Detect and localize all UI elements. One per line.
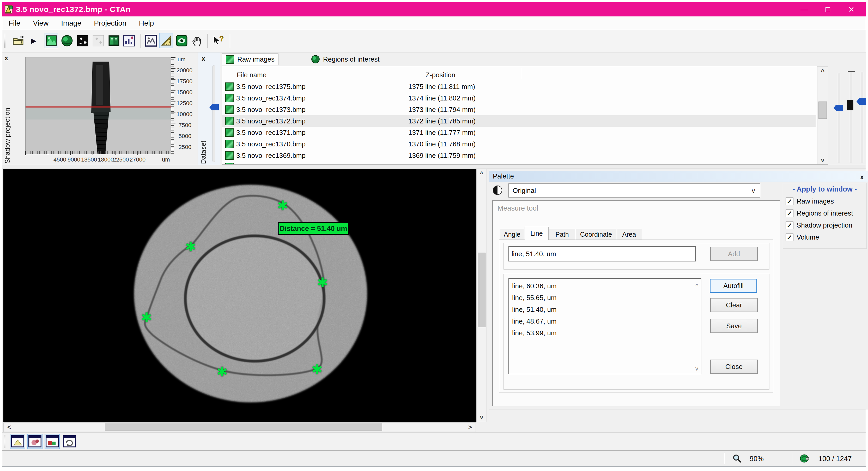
dataset-slice-slider-track[interactable]	[213, 65, 215, 162]
menu-help[interactable]: Help	[133, 19, 160, 27]
file-list-scrollbar[interactable]: ^ v	[817, 66, 828, 165]
measurement-input[interactable]: line, 51.40, um	[508, 246, 696, 262]
zoom-level: 90%	[750, 455, 764, 463]
layout-shadow-projection-button[interactable]	[10, 434, 25, 449]
measure-marker[interactable]: ✱	[317, 276, 328, 289]
layout-regions-of-interest-button[interactable]	[44, 434, 60, 449]
measure-marker[interactable]: ✱	[312, 363, 322, 376]
result-item[interactable]: line, 51.40, um	[512, 304, 701, 316]
menu-file[interactable]: File	[2, 19, 27, 27]
close-button-palette[interactable]: Close	[710, 360, 758, 374]
run-button[interactable]: ►	[28, 33, 39, 48]
scroll-left-icon[interactable]: <	[5, 423, 13, 431]
tab-area[interactable]: Area	[617, 229, 642, 240]
palette-close-icon[interactable]: x	[860, 174, 864, 180]
result-item[interactable]: line, 60.36, um	[512, 280, 701, 292]
range-slider-thumb-3[interactable]	[857, 98, 866, 105]
dataset-panel-close-icon[interactable]: x	[202, 55, 205, 62]
shadow-projection-plot[interactable]	[25, 57, 171, 154]
file-row[interactable]: 3.5 novo_rec1375.bmp1375 line (11.811 mm…	[222, 81, 815, 92]
context-help-button[interactable]: ?	[211, 33, 224, 48]
file-row[interactable]: 3.5 novo_rec1368.bmp1368 line (11.751 mm…	[222, 161, 815, 165]
add-button[interactable]: Add	[710, 247, 758, 261]
viewer-h-scrollbar-thumb[interactable]	[105, 423, 382, 431]
raw-images-view-button[interactable]	[44, 33, 58, 48]
binary-disabled-button[interactable]	[92, 33, 105, 48]
measure-marker[interactable]: ✱	[277, 199, 288, 212]
slice-viewer-canvas[interactable]: ✱ ✱ ✱ ✱ ✱ ✱ Distance = 51.40 um	[3, 169, 476, 422]
file-row[interactable]: 3.5 novo_rec1371.bmp1371 line (11.777 mm…	[222, 127, 815, 138]
dataset-browser-button[interactable]	[107, 33, 121, 48]
autofill-button[interactable]: Autofill	[710, 279, 757, 293]
scroll-right-icon[interactable]: >	[466, 423, 474, 431]
checkbox-volume[interactable]: ✓ Volume	[785, 233, 819, 241]
range-slider-thumb-2[interactable]	[847, 100, 854, 110]
measure-marker[interactable]: ✱	[141, 311, 152, 324]
range-slider-track-3[interactable]	[861, 72, 863, 163]
file-row[interactable]: 3.5 novo_rec1374.bmp1374 line (11.802 mm…	[222, 92, 815, 104]
tab-regions-of-interest[interactable]: Regions of interest	[307, 54, 383, 65]
column-divider[interactable]	[521, 68, 521, 79]
menu-projection[interactable]: Projection	[88, 19, 133, 27]
file-row-selected[interactable]: 3.5 novo_rec1372.bmp1372 line (11.785 mm…	[222, 115, 815, 127]
menu-image[interactable]: Image	[55, 19, 88, 27]
file-list-scrollbar-thumb[interactable]	[818, 101, 827, 119]
file-row[interactable]: 3.5 novo_rec1369.bmp1369 line (11.759 mm…	[222, 150, 815, 161]
maximize-button[interactable]: □	[816, 5, 840, 14]
viewer-v-scrollbar-thumb[interactable]	[478, 253, 486, 327]
palette-select[interactable]: Original v	[508, 183, 760, 198]
file-row[interactable]: 3.5 novo_rec1373.bmp1373 line (11.794 mm…	[222, 104, 815, 115]
scroll-down-icon[interactable]: v	[817, 156, 828, 164]
eye-dropper-button[interactable]	[175, 33, 188, 48]
list-scroll-down-icon[interactable]: v	[695, 366, 698, 372]
measure-marker[interactable]: ✱	[217, 365, 228, 378]
file-row[interactable]: 3.5 novo_rec1370.bmp1370 line (11.768 mm…	[222, 138, 815, 150]
tab-line[interactable]: Line	[525, 227, 549, 240]
viewer-h-scrollbar[interactable]: < >	[3, 422, 476, 432]
scroll-up-icon[interactable]: ^	[477, 170, 487, 177]
checkbox-shadow-projection[interactable]: ✓ Shadow projection	[785, 221, 852, 229]
range-slider-track-1[interactable]	[838, 73, 840, 163]
measure-tool-button[interactable]	[159, 33, 173, 48]
range-slider-track-2[interactable]	[850, 72, 852, 163]
result-item[interactable]: line, 48.67, um	[512, 316, 701, 327]
dataset-slice-slider-thumb[interactable]	[209, 104, 219, 110]
tab-angle[interactable]: Angle	[500, 229, 524, 240]
results-listbox[interactable]: line, 60.36, um line, 55.65, um line, 51…	[508, 278, 702, 374]
panel-splitter[interactable]	[2, 165, 866, 169]
tab-coordinate[interactable]: Coordinate	[576, 229, 616, 240]
regions-of-interest-view-button[interactable]	[60, 33, 74, 48]
file-icon	[225, 163, 234, 165]
palette-mode-icon[interactable]	[493, 185, 502, 195]
bottom-toolbar-grip[interactable]	[4, 435, 6, 448]
tab-path[interactable]: Path	[549, 229, 575, 240]
open-dataset-button[interactable]	[12, 33, 25, 48]
list-scroll-up-icon[interactable]: ^	[696, 283, 698, 289]
tab-raw-images[interactable]: Raw images	[222, 54, 278, 65]
histogram-button[interactable]	[122, 33, 136, 48]
menu-view[interactable]: View	[27, 19, 55, 27]
column-header-file-name[interactable]: File name	[237, 71, 267, 79]
checkbox-regions-of-interest[interactable]: ✓ Regions of interest	[785, 209, 853, 217]
save-button[interactable]: Save	[710, 319, 758, 333]
shadow-panel-close-icon[interactable]: x	[4, 55, 8, 61]
dataset-side-strip: x Dataset	[198, 53, 220, 165]
range-slider-thumb-1[interactable]	[834, 105, 843, 111]
pan-button[interactable]	[191, 33, 204, 48]
layout-volume-button[interactable]	[62, 434, 77, 449]
minimize-button[interactable]: —	[793, 5, 816, 14]
result-item[interactable]: line, 53.99, um	[512, 327, 701, 339]
toolbar-grip[interactable]	[4, 34, 6, 48]
measure-marker[interactable]: ✱	[185, 240, 196, 254]
column-header-z-position[interactable]: Z-position	[426, 71, 455, 79]
scroll-down-icon[interactable]: v	[477, 413, 487, 421]
binary-images-button[interactable]	[76, 33, 89, 48]
scroll-up-icon[interactable]: ^	[817, 67, 828, 75]
checkbox-raw-images[interactable]: ✓ Raw images	[785, 197, 834, 205]
close-button[interactable]: ×	[840, 4, 863, 15]
layout-raw-images-button[interactable]	[27, 434, 42, 449]
result-item[interactable]: line, 55.65, um	[512, 292, 701, 304]
clear-button[interactable]: Clear	[710, 298, 758, 312]
profile-view-button[interactable]	[144, 33, 158, 48]
viewer-v-scrollbar[interactable]: ^ v	[476, 169, 487, 422]
